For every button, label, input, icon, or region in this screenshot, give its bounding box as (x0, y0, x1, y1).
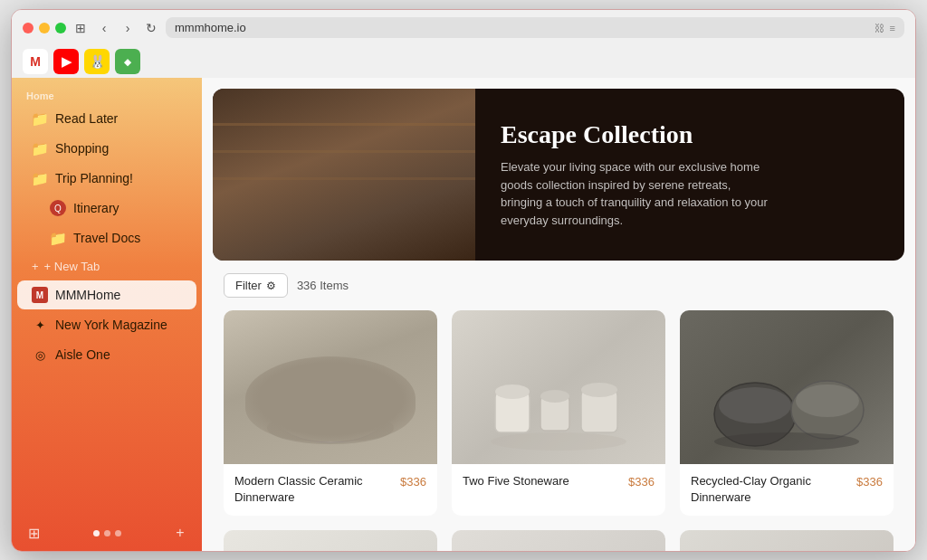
browser-chrome: ⊞ ‹ › ↻ mmmhome.io ⛓ ≡ M ▶ 🐰 ◆ (12, 10, 915, 78)
sidebar-item-trip-planning-label: Trip Planning! (55, 171, 182, 185)
svg-point-15 (796, 384, 859, 417)
mmmhome-tab-icon: M (32, 287, 48, 303)
hero-image (213, 89, 475, 261)
sidebar-item-trip-planning[interactable]: 📁 Trip Planning! (17, 164, 196, 193)
plus-icon: + (32, 260, 39, 273)
dot-3[interactable] (115, 530, 121, 536)
folder-icon: 📁 (50, 230, 66, 246)
product-info-p2: Two Five Stoneware $336 (452, 464, 665, 500)
folder-icon: 📁 (32, 170, 48, 186)
new-tab-label: + New Tab (44, 260, 100, 273)
product-image-p3 (680, 310, 894, 464)
dot-2[interactable] (104, 530, 110, 536)
svg-point-4 (272, 413, 389, 434)
svg-point-10 (581, 383, 617, 397)
svg-point-13 (719, 387, 791, 423)
hero-description: Elevate your living space with our exclu… (501, 158, 772, 229)
filter-bar: Filter ⚙ 336 Items (202, 261, 915, 310)
product-card-p1[interactable]: Modern Classic Ceramic Dinnerware $336 (224, 310, 437, 516)
product-name-p1: Modern Classic Ceramic Dinnerware (234, 473, 397, 505)
product-price-p3: $336 (856, 475, 883, 489)
sidebar-page-dots (93, 530, 121, 536)
product-image-p2 (452, 310, 665, 464)
youtube-bookmark[interactable]: ▶ (53, 49, 79, 74)
browser-window: ⊞ ‹ › ↻ mmmhome.io ⛓ ≡ M ▶ 🐰 ◆ Home (11, 9, 916, 552)
traffic-lights: ⊞ ‹ › ↻ mmmhome.io ⛓ ≡ (23, 17, 904, 38)
sidebar-item-travel-docs[interactable]: 📁 Travel Docs (17, 223, 196, 252)
product-info-p3: Recycled-Clay Organic Dinnerware $336 (680, 464, 894, 516)
sidebar-footer: ⊞ + (12, 515, 202, 551)
filter-label: Filter (235, 279, 262, 292)
product-card-p6[interactable] (680, 530, 894, 551)
sidebar-item-itinerary[interactable]: Q Itinerary (17, 194, 196, 223)
product-card-p5[interactable] (452, 530, 665, 551)
sidebar-item-itinerary-label: Itinerary (73, 201, 182, 215)
svg-point-11 (491, 432, 626, 451)
items-count: 336 Items (297, 279, 349, 292)
green-app-bookmark[interactable]: ◆ (115, 49, 140, 74)
product-name-price-p2: Two Five Stoneware $336 (463, 473, 655, 489)
hero-title: Escape Collection (501, 120, 879, 149)
sidebar-item-travel-docs-label: Travel Docs (73, 231, 182, 245)
svg-point-6 (495, 384, 530, 399)
sidebar-content: Home 📁 Read Later 📁 Shopping 📁 Trip Plan… (12, 78, 202, 515)
sidebar-item-shopping-label: Shopping (55, 141, 182, 156)
product-card-p3[interactable]: Recycled-Clay Organic Dinnerware $336 (680, 310, 894, 516)
browser-body: Home 📁 Read Later 📁 Shopping 📁 Trip Plan… (12, 78, 915, 551)
product-card-p4[interactable] (224, 530, 437, 551)
hero-image-inner (213, 89, 475, 261)
product-image-p6 (680, 530, 894, 551)
product-name-p2: Two Five Stoneware (463, 473, 569, 489)
sidebar-toggle-icon[interactable]: ⊞ (72, 19, 90, 37)
svg-point-0 (267, 412, 394, 444)
product-grid: Modern Classic Ceramic Dinnerware $336 (202, 310, 915, 551)
url-text: mmmhome.io (175, 21, 869, 34)
folder-icon: 📁 (32, 110, 48, 127)
filter-button[interactable]: Filter ⚙ (224, 273, 288, 298)
share-icon[interactable]: ⛓ (874, 23, 884, 33)
sidebar-item-read-later[interactable]: 📁 Read Later (17, 104, 196, 133)
back-button[interactable]: ‹ (95, 19, 113, 37)
svg-point-16 (714, 432, 859, 451)
svg-point-2 (283, 388, 377, 428)
product-info-p1: Modern Classic Ceramic Dinnerware $336 (224, 464, 437, 516)
product-name-p3: Recycled-Clay Organic Dinnerware (691, 473, 853, 505)
tab-bar: M ▶ 🐰 ◆ (23, 45, 904, 78)
close-button[interactable] (23, 23, 33, 33)
svg-point-3 (291, 383, 370, 415)
minimize-button[interactable] (39, 23, 50, 33)
sidebar: Home 📁 Read Later 📁 Shopping 📁 Trip Plan… (12, 78, 202, 551)
hero-banner: Escape Collection Elevate your living sp… (213, 89, 904, 261)
forward-button[interactable]: › (119, 19, 137, 37)
product-card-p2[interactable]: Two Five Stoneware $336 (452, 310, 665, 516)
product-price-p1: $336 (400, 475, 426, 489)
sidebar-tab-aisle-one[interactable]: ◎ Aisle One (17, 340, 196, 369)
sidebar-tab-aisle-one-label: Aisle One (55, 347, 182, 362)
gmail-bookmark[interactable]: M (23, 49, 48, 74)
product-image-p5 (452, 530, 665, 551)
product-price-p2: $336 (628, 475, 655, 489)
sidebar-tab-mmmhome[interactable]: M MMMHome (17, 280, 196, 309)
folder-icon: 📁 (32, 140, 48, 157)
sidebar-item-read-later-label: Read Later (55, 111, 182, 126)
nymag-tab-icon: ✦ (32, 317, 48, 333)
svg-point-1 (276, 392, 385, 442)
maximize-button[interactable] (55, 23, 66, 33)
circle-icon: Q (50, 200, 66, 216)
new-tab-button[interactable]: + + New Tab (17, 254, 196, 279)
sidebar-tab-nymag[interactable]: ✦ New York Magazine (17, 310, 196, 339)
svg-point-8 (540, 390, 569, 403)
sidebar-item-shopping[interactable]: 📁 Shopping (17, 134, 196, 163)
address-bar[interactable]: mmmhome.io ⛓ ≡ (166, 17, 904, 38)
reader-icon[interactable]: ≡ (890, 23, 895, 33)
sidebar-settings-icon[interactable]: ⊞ (23, 522, 44, 544)
product-name-price-p3: Recycled-Clay Organic Dinnerware $336 (691, 473, 883, 505)
dot-1[interactable] (93, 530, 100, 536)
filter-sliders-icon: ⚙ (266, 280, 276, 292)
bookmarks-bar: M ▶ 🐰 ◆ (23, 45, 140, 78)
sidebar-add-tab-icon[interactable]: + (169, 522, 191, 544)
sidebar-tab-mmmhome-label: MMMHome (55, 288, 182, 302)
aisle-one-tab-icon: ◎ (32, 346, 48, 363)
rabbet-bookmark[interactable]: 🐰 (84, 49, 110, 74)
reload-button[interactable]: ↻ (142, 19, 160, 37)
